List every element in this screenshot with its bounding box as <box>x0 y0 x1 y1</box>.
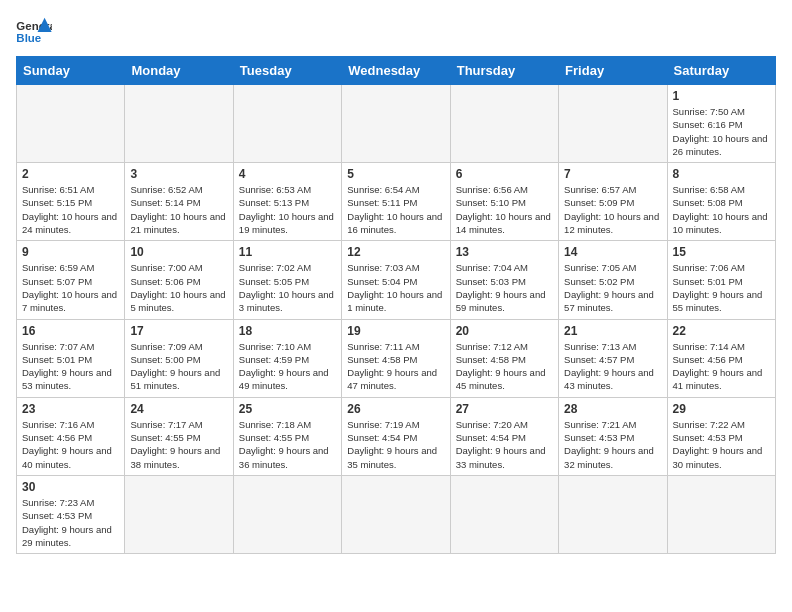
day-info: Sunrise: 6:56 AM Sunset: 5:10 PM Dayligh… <box>456 183 553 236</box>
day-number: 12 <box>347 245 444 259</box>
day-info: Sunrise: 7:23 AM Sunset: 4:53 PM Dayligh… <box>22 496 119 549</box>
day-number: 27 <box>456 402 553 416</box>
weekday-header-row: SundayMondayTuesdayWednesdayThursdayFrid… <box>17 57 776 85</box>
calendar-cell: 11Sunrise: 7:02 AM Sunset: 5:05 PM Dayli… <box>233 241 341 319</box>
day-info: Sunrise: 7:22 AM Sunset: 4:53 PM Dayligh… <box>673 418 770 471</box>
day-number: 20 <box>456 324 553 338</box>
day-number: 11 <box>239 245 336 259</box>
day-info: Sunrise: 6:54 AM Sunset: 5:11 PM Dayligh… <box>347 183 444 236</box>
calendar-cell: 22Sunrise: 7:14 AM Sunset: 4:56 PM Dayli… <box>667 319 775 397</box>
day-number: 24 <box>130 402 227 416</box>
day-info: Sunrise: 6:53 AM Sunset: 5:13 PM Dayligh… <box>239 183 336 236</box>
day-number: 29 <box>673 402 770 416</box>
day-number: 28 <box>564 402 661 416</box>
calendar-cell: 25Sunrise: 7:18 AM Sunset: 4:55 PM Dayli… <box>233 397 341 475</box>
day-info: Sunrise: 7:06 AM Sunset: 5:01 PM Dayligh… <box>673 261 770 314</box>
day-number: 4 <box>239 167 336 181</box>
day-number: 7 <box>564 167 661 181</box>
calendar-cell <box>342 475 450 553</box>
day-info: Sunrise: 6:51 AM Sunset: 5:15 PM Dayligh… <box>22 183 119 236</box>
day-number: 22 <box>673 324 770 338</box>
calendar-cell: 29Sunrise: 7:22 AM Sunset: 4:53 PM Dayli… <box>667 397 775 475</box>
header: General Blue <box>16 16 776 46</box>
week-row-0: 1Sunrise: 7:50 AM Sunset: 6:16 PM Daylig… <box>17 85 776 163</box>
day-info: Sunrise: 7:02 AM Sunset: 5:05 PM Dayligh… <box>239 261 336 314</box>
day-info: Sunrise: 7:12 AM Sunset: 4:58 PM Dayligh… <box>456 340 553 393</box>
day-number: 18 <box>239 324 336 338</box>
calendar-cell <box>125 85 233 163</box>
calendar-cell: 27Sunrise: 7:20 AM Sunset: 4:54 PM Dayli… <box>450 397 558 475</box>
day-number: 15 <box>673 245 770 259</box>
day-info: Sunrise: 7:10 AM Sunset: 4:59 PM Dayligh… <box>239 340 336 393</box>
calendar-cell: 13Sunrise: 7:04 AM Sunset: 5:03 PM Dayli… <box>450 241 558 319</box>
calendar-cell: 14Sunrise: 7:05 AM Sunset: 5:02 PM Dayli… <box>559 241 667 319</box>
calendar-cell: 12Sunrise: 7:03 AM Sunset: 5:04 PM Dayli… <box>342 241 450 319</box>
day-number: 25 <box>239 402 336 416</box>
weekday-header-thursday: Thursday <box>450 57 558 85</box>
day-info: Sunrise: 7:09 AM Sunset: 5:00 PM Dayligh… <box>130 340 227 393</box>
day-number: 3 <box>130 167 227 181</box>
day-number: 26 <box>347 402 444 416</box>
day-info: Sunrise: 6:59 AM Sunset: 5:07 PM Dayligh… <box>22 261 119 314</box>
day-number: 23 <box>22 402 119 416</box>
calendar-cell: 7Sunrise: 6:57 AM Sunset: 5:09 PM Daylig… <box>559 163 667 241</box>
day-info: Sunrise: 7:21 AM Sunset: 4:53 PM Dayligh… <box>564 418 661 471</box>
calendar-cell <box>233 85 341 163</box>
day-number: 2 <box>22 167 119 181</box>
day-number: 16 <box>22 324 119 338</box>
logo-icon: General Blue <box>16 16 52 46</box>
calendar-cell <box>450 85 558 163</box>
day-number: 10 <box>130 245 227 259</box>
calendar-cell: 23Sunrise: 7:16 AM Sunset: 4:56 PM Dayli… <box>17 397 125 475</box>
day-info: Sunrise: 7:19 AM Sunset: 4:54 PM Dayligh… <box>347 418 444 471</box>
calendar-cell: 21Sunrise: 7:13 AM Sunset: 4:57 PM Dayli… <box>559 319 667 397</box>
day-info: Sunrise: 6:52 AM Sunset: 5:14 PM Dayligh… <box>130 183 227 236</box>
day-info: Sunrise: 7:07 AM Sunset: 5:01 PM Dayligh… <box>22 340 119 393</box>
week-row-4: 23Sunrise: 7:16 AM Sunset: 4:56 PM Dayli… <box>17 397 776 475</box>
day-info: Sunrise: 7:11 AM Sunset: 4:58 PM Dayligh… <box>347 340 444 393</box>
day-number: 6 <box>456 167 553 181</box>
calendar-cell: 28Sunrise: 7:21 AM Sunset: 4:53 PM Dayli… <box>559 397 667 475</box>
day-info: Sunrise: 7:03 AM Sunset: 5:04 PM Dayligh… <box>347 261 444 314</box>
calendar-cell: 16Sunrise: 7:07 AM Sunset: 5:01 PM Dayli… <box>17 319 125 397</box>
weekday-header-saturday: Saturday <box>667 57 775 85</box>
day-info: Sunrise: 7:50 AM Sunset: 6:16 PM Dayligh… <box>673 105 770 158</box>
calendar-cell: 18Sunrise: 7:10 AM Sunset: 4:59 PM Dayli… <box>233 319 341 397</box>
day-info: Sunrise: 7:20 AM Sunset: 4:54 PM Dayligh… <box>456 418 553 471</box>
day-number: 21 <box>564 324 661 338</box>
calendar: SundayMondayTuesdayWednesdayThursdayFrid… <box>16 56 776 554</box>
calendar-cell: 4Sunrise: 6:53 AM Sunset: 5:13 PM Daylig… <box>233 163 341 241</box>
day-number: 13 <box>456 245 553 259</box>
day-number: 17 <box>130 324 227 338</box>
day-number: 9 <box>22 245 119 259</box>
weekday-header-wednesday: Wednesday <box>342 57 450 85</box>
day-number: 8 <box>673 167 770 181</box>
calendar-cell: 24Sunrise: 7:17 AM Sunset: 4:55 PM Dayli… <box>125 397 233 475</box>
week-row-1: 2Sunrise: 6:51 AM Sunset: 5:15 PM Daylig… <box>17 163 776 241</box>
calendar-cell <box>125 475 233 553</box>
calendar-cell: 6Sunrise: 6:56 AM Sunset: 5:10 PM Daylig… <box>450 163 558 241</box>
week-row-2: 9Sunrise: 6:59 AM Sunset: 5:07 PM Daylig… <box>17 241 776 319</box>
day-info: Sunrise: 7:13 AM Sunset: 4:57 PM Dayligh… <box>564 340 661 393</box>
svg-text:Blue: Blue <box>16 32 41 44</box>
calendar-cell: 26Sunrise: 7:19 AM Sunset: 4:54 PM Dayli… <box>342 397 450 475</box>
calendar-cell: 15Sunrise: 7:06 AM Sunset: 5:01 PM Dayli… <box>667 241 775 319</box>
calendar-cell: 5Sunrise: 6:54 AM Sunset: 5:11 PM Daylig… <box>342 163 450 241</box>
day-info: Sunrise: 6:57 AM Sunset: 5:09 PM Dayligh… <box>564 183 661 236</box>
calendar-cell <box>342 85 450 163</box>
week-row-5: 30Sunrise: 7:23 AM Sunset: 4:53 PM Dayli… <box>17 475 776 553</box>
calendar-cell <box>17 85 125 163</box>
calendar-cell <box>233 475 341 553</box>
day-info: Sunrise: 6:58 AM Sunset: 5:08 PM Dayligh… <box>673 183 770 236</box>
day-info: Sunrise: 7:17 AM Sunset: 4:55 PM Dayligh… <box>130 418 227 471</box>
weekday-header-sunday: Sunday <box>17 57 125 85</box>
day-info: Sunrise: 7:18 AM Sunset: 4:55 PM Dayligh… <box>239 418 336 471</box>
logo: General Blue <box>16 16 52 46</box>
calendar-cell: 17Sunrise: 7:09 AM Sunset: 5:00 PM Dayli… <box>125 319 233 397</box>
day-number: 5 <box>347 167 444 181</box>
calendar-cell: 30Sunrise: 7:23 AM Sunset: 4:53 PM Dayli… <box>17 475 125 553</box>
week-row-3: 16Sunrise: 7:07 AM Sunset: 5:01 PM Dayli… <box>17 319 776 397</box>
calendar-cell: 19Sunrise: 7:11 AM Sunset: 4:58 PM Dayli… <box>342 319 450 397</box>
day-number: 19 <box>347 324 444 338</box>
calendar-cell <box>667 475 775 553</box>
